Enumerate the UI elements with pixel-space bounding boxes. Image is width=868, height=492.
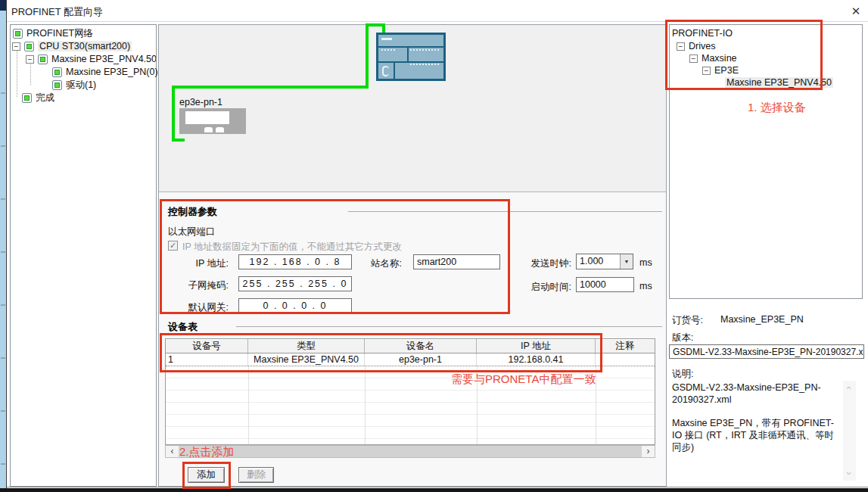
version-field[interactable]: GSDML-V2.33-Maxsine-EP3E_PN-20190327.xml [669,344,864,359]
background-app-marks [1,45,5,484]
add-button[interactable]: 添加 [188,467,225,483]
group-separator [236,326,662,327]
column-header-device-name[interactable]: 设备名 [365,339,477,353]
column-header-comment[interactable]: 注释 [596,339,655,353]
nav-item-finish[interactable]: 完成 [22,92,54,104]
device-screen [185,111,229,124]
nav-item-maxsine-device[interactable]: − Maxsine EP3E_PNV4.50-ep3e [26,53,156,65]
nav-item-label: Maxsine EP3E_PNV4.50-ep3e [51,54,156,64]
description-line-2: Maxsine EP3E_PN，带有 PROFINET-IO 接口 (RT，IR… [672,417,842,454]
ip-fixed-checkbox-label: IP 地址数据固定为下面的值，不能通过其它方式更改 [182,241,402,254]
collapse-icon[interactable]: − [702,67,711,75]
subnet-mask-field[interactable]: 255 . 255 . 255 . 0 [238,276,352,291]
device-table: 设备号 类型 设备名 IP 地址 注释 1 Maxsine EP3E_PNV4.… [165,338,655,445]
nav-item-maxsine-ep3e-pn0[interactable]: Maxsine EP3E_PN(0) [52,66,158,78]
column-header-device-no[interactable]: 设备号 [166,339,248,353]
nav-item-profinet-network[interactable]: PROFINET网络 [13,27,93,39]
scroll-down-icon[interactable]: › [844,469,855,478]
station-name-field[interactable]: smart200 [413,254,500,269]
device-node-label: ep3e-pn-1 [179,97,222,107]
column-header-ip[interactable]: IP 地址 [477,339,596,353]
plc-port-icon [382,66,389,76]
nav-item-label: 完成 [36,92,54,104]
nav-item-drive1[interactable]: 驱动(1) [52,79,96,91]
description-scrollbar[interactable]: ‹ › [843,381,856,481]
description-label: 说明: [672,368,693,381]
column-header-type[interactable]: 类型 [248,339,365,353]
startup-time-unit: ms [639,281,652,291]
nav-item-label: Maxsine EP3E_PN(0) [66,67,158,77]
table-row[interactable]: 1 Maxsine EP3E_PNV4.50 ep3e-pn-1 192.168… [166,353,655,366]
scroll-right-icon[interactable]: › [642,446,655,457]
station-name-label: 站名称: [371,257,402,270]
profinet-wire [172,86,369,89]
catalog-item-label: Drives [689,41,715,51]
catalog-panel [669,24,863,299]
cell-device-name: ep3e-pn-1 [365,353,477,366]
startup-time-field[interactable]: 10000 [576,277,634,292]
cpu-device-graphic[interactable] [376,33,446,81]
nav-item-cpu-st30[interactable]: − CPU ST30(smart200) [12,40,132,52]
collapse-icon[interactable]: − [689,54,698,63]
catalog-item-maxsine[interactable]: − Maxsine [689,52,737,64]
page-icon [24,42,34,51]
cell-device-no: 1 [166,353,248,366]
annotation-note: 需要与PRONETA中配置一致 [451,372,596,387]
page-icon [13,29,23,39]
description-text: GSDML-V2.33-Maxsine-EP3E_PN-20190327.xml… [672,381,842,453]
cell-ip: 192.168.0.41 [477,353,596,366]
screen: { "window": { "title": "PROFINET 配置向导" }… [0,0,868,492]
subnet-mask-label: 子网掩码: [168,279,229,292]
collapse-icon[interactable]: − [12,42,20,51]
gateway-field[interactable]: 0 . 0 . 0 . 0 [238,298,352,313]
table-horizontal-scrollbar[interactable]: ‹ › [165,445,655,458]
title-bar [7,0,868,22]
ip-address-field[interactable]: 192 . 168 . 0 . 8 [238,254,352,269]
cell-comment [596,353,655,366]
page-icon [52,67,62,77]
catalog-item-profinet-io[interactable]: PROFINET-IO [672,27,733,39]
page-icon [22,93,32,103]
page-icon [38,54,48,64]
catalog-item-label: Maxsine EP3E_PNV4.50 [725,77,833,88]
background-app-fragment [0,0,6,11]
send-clock-unit: ms [639,257,652,268]
close-icon[interactable]: ✕ [845,3,866,20]
chevron-down-icon[interactable]: ▼ [620,254,633,269]
catalog-item-label: PROFINET-IO [672,28,733,39]
background-app-bottom [0,488,868,492]
collapse-icon[interactable]: − [677,42,685,51]
ethernet-port-label: 以太网端口 [168,226,216,238]
order-number-label: 订货号: [672,314,703,327]
plc-logo [381,38,392,40]
catalog-item-label: EP3E [714,65,739,76]
order-number-value: Maxsine_EP3E_PN [720,314,804,325]
scroll-left-icon[interactable]: ‹ [166,446,179,457]
group-separator [348,211,662,212]
catalog-item-maxsine-ep3e-pnv450[interactable]: Maxsine EP3E_PNV4.50 [725,76,833,89]
ip-fixed-checkbox[interactable]: ✓ [168,241,178,251]
annotation-step2: 2.点击添加 [179,445,235,459]
startup-time-label: 启动时间: [513,281,571,294]
delete-button[interactable]: 删除 [238,467,274,483]
collapse-icon[interactable]: − [26,55,34,64]
device-table-title: 设备表 [168,320,198,334]
device-table-header: 设备号 类型 设备名 IP 地址 注释 [166,339,655,353]
description-line-1: GSDML-V2.33-Maxsine-EP3E_PN-20190327.xml [672,381,842,406]
send-clock-label: 发送时钟: [518,257,571,270]
ep3e-device-graphic[interactable] [179,108,246,134]
catalog-item-drives[interactable]: − Drives [677,40,715,52]
nav-item-label: PROFINET网络 [26,27,93,40]
profinet-wire [172,139,185,142]
annotation-step1: 1. 选择设备 [748,101,806,115]
send-clock-value: 1.000 [577,254,620,269]
profinet-wire [172,86,175,142]
tree-guide-line [17,48,17,97]
profinet-wire [366,23,369,89]
scroll-up-icon[interactable]: ‹ [844,383,855,393]
gateway-label: 默认网关: [168,301,229,314]
catalog-item-ep3e[interactable]: − EP3E [702,64,739,76]
controller-params-title: 控制器参数 [168,205,217,219]
send-clock-combobox[interactable]: 1.000 ▼ [576,254,633,269]
version-label: 版本: [672,332,693,344]
